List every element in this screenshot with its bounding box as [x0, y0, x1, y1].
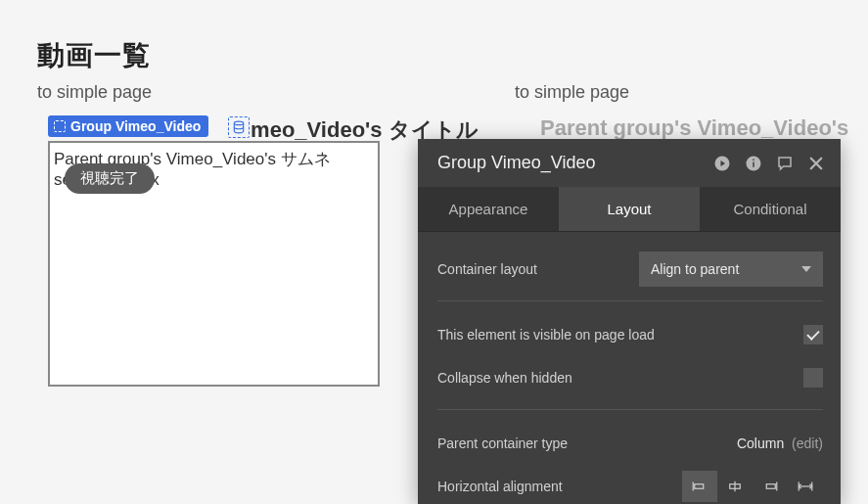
visible-on-load-checkbox[interactable] — [803, 325, 823, 344]
play-icon[interactable] — [713, 155, 731, 172]
panel-tabs: Appearance Layout Conditional — [418, 187, 841, 232]
parent-container-type-value: Column — [737, 435, 784, 451]
tab-layout[interactable]: Layout — [559, 187, 700, 231]
selection-label-text: Group Vimeo_Video — [70, 118, 201, 134]
selection-label[interactable]: Group Vimeo_Video — [48, 115, 208, 137]
parent-container-type-label: Parent container type — [437, 435, 737, 451]
link-simple-page-left[interactable]: to simple page — [37, 82, 152, 103]
svg-rect-6 — [695, 484, 704, 489]
svg-rect-4 — [753, 159, 754, 160]
tab-conditional[interactable]: Conditional — [700, 187, 841, 231]
align-left-button[interactable] — [682, 471, 717, 502]
visible-on-load-label: This element is visible on page load — [437, 327, 803, 343]
horizontal-alignment-segment — [682, 471, 823, 502]
watched-badge: 視聴完了 — [65, 163, 155, 194]
align-stretch-button[interactable] — [788, 471, 823, 502]
separator — [437, 300, 823, 301]
container-layout-value: Align to parent — [651, 261, 739, 277]
collapse-when-hidden-label: Collapse when hidden — [437, 370, 803, 386]
panel-title: Group Vimeo_Video — [437, 153, 704, 173]
video-title-right: Parent group's Vimeo_Video's — [540, 115, 848, 141]
link-simple-page-right[interactable]: to simple page — [515, 82, 629, 103]
svg-point-0 — [234, 121, 243, 125]
separator — [437, 409, 823, 410]
parent-container-edit-link[interactable]: (edit) — [792, 435, 823, 451]
info-icon[interactable] — [745, 155, 762, 172]
align-right-button[interactable] — [753, 471, 788, 502]
comment-icon[interactable] — [776, 155, 794, 172]
svg-rect-3 — [753, 161, 754, 166]
close-icon[interactable] — [807, 155, 825, 172]
horizontal-alignment-label: Horizontal alignment — [437, 479, 682, 494]
container-layout-dropdown[interactable]: Align to parent — [639, 252, 823, 287]
group-dashed-icon — [54, 120, 66, 132]
container-layout-label: Container layout — [437, 261, 639, 277]
panel-header: Group Vimeo_Video — [418, 139, 841, 187]
svg-rect-10 — [766, 484, 775, 489]
database-icon[interactable] — [228, 116, 250, 138]
tab-appearance[interactable]: Appearance — [418, 187, 559, 231]
collapse-when-hidden-checkbox[interactable] — [803, 368, 823, 388]
page-title: 動画一覧 — [37, 37, 151, 74]
database-glyph-icon — [232, 120, 246, 134]
property-panel: Group Vimeo_Video Appearance Layout Cond… — [418, 139, 841, 504]
align-center-button[interactable] — [717, 471, 753, 502]
chevron-down-icon — [801, 266, 811, 272]
